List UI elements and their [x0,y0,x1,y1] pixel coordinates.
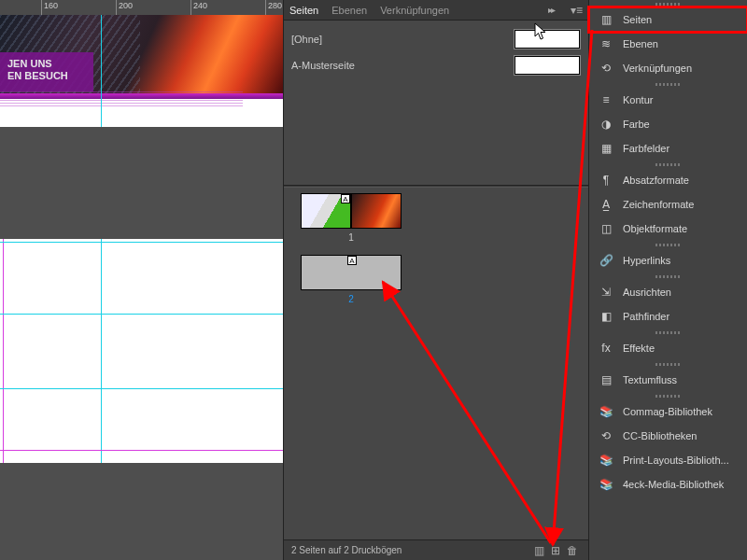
guide-vertical[interactable] [101,15,102,127]
spread-1[interactable]: A 1 [301,193,402,243]
ruler-tick: 200 [116,0,133,15]
textumfluss-icon: ▤ [599,372,613,387]
spread-2-caption: 2 [301,294,402,304]
dock-label: Farbe [623,119,650,130]
dock-label: Kontur [623,94,653,105]
page-thumb-1l[interactable]: A [301,193,351,229]
dock-item-ausrichten[interactable]: ⇲Ausrichten [589,280,747,304]
dock-item-4eck[interactable]: 📚4eck-Media-Bibliothek [589,472,747,497]
pages-thumbnails[interactable]: A 1 A 2 [284,188,588,539]
dock-label: Seiten [623,14,652,25]
page-thumb-1r[interactable] [351,193,402,229]
margin-guide[interactable] [0,242,283,243]
collapse-icon[interactable]: ▸▸ [548,5,554,15]
dock-label: Effekte [623,343,655,354]
dock-grip[interactable] [589,0,747,7]
tab-verknuepfungen[interactable]: Verknüpfungen [380,5,449,16]
dock-item-print[interactable]: 📚Print-Layouts-Biblioth... [589,448,747,472]
ruler-tick: 280 [265,0,282,15]
pages-panel: Seiten Ebenen Verknüpfungen ▸▸ ▾≡ [Ohne]… [283,0,588,560]
dock-item-kontur[interactable]: ≡Kontur [589,88,747,112]
guide-vertical[interactable] [101,239,102,463]
ebenen-icon: ≋ [599,36,613,51]
master-a-thumb[interactable] [514,55,581,76]
dock-grip[interactable] [589,329,747,336]
dock-label: Verknüpfungen [623,63,692,74]
commag-icon: 📚 [599,404,613,419]
accent-bar [0,93,283,99]
dock-grip[interactable] [589,161,747,168]
dock-item-seiten[interactable]: ▥Seiten [589,7,747,32]
dock-item-verkn[interactable]: ⟲Verknüpfungen [589,56,747,80]
absatz-icon: ¶ [599,173,613,188]
ausrichten-icon: ⇲ [599,285,613,300]
tab-ebenen[interactable]: Ebenen [331,5,367,16]
margin-guide[interactable] [0,450,283,451]
dock-item-farbfelder[interactable]: ▦Farbfelder [589,136,747,161]
dock-label: 4eck-Media-Bibliothek [623,479,724,490]
ruler-tick: 160 [41,0,58,15]
dock-grip[interactable] [589,241,747,248]
dock-item-ebenen[interactable]: ≋Ebenen [589,32,747,56]
pages-count-label: 2 Seiten auf 2 Druckbögen [291,545,530,555]
verkn-icon: ⟲ [599,61,613,76]
master-row-none[interactable]: [Ohne] [291,26,581,52]
dock-label: Farbfelder [623,143,669,154]
page-1[interactable]: JEN UNS EN BESUCH [0,15,283,127]
dock-label: Absatzformate [623,175,689,186]
master-a-label: A-Musterseite [291,60,355,71]
tab-seiten[interactable]: Seiten [289,5,318,16]
farbe-icon: ◑ [599,117,613,132]
dock-item-effekte[interactable]: fxEffekte [589,336,747,360]
dock-label: Objektformate [623,223,687,234]
guide-horizontal[interactable] [0,314,283,315]
trash-icon[interactable]: 🗑 [564,544,581,557]
ruler-horizontal[interactable]: 160 200 240 280 [0,0,283,15]
4eck-icon: 📚 [599,477,613,492]
master-none-thumb[interactable] [514,29,581,49]
dock-grip[interactable] [589,392,747,399]
dock-item-objekt[interactable]: ◫Objektformate [589,217,747,241]
dock-item-pathfinder[interactable]: ◧Pathfinder [589,304,747,329]
panel-menu-icon[interactable]: ▾≡ [571,4,583,17]
master-row-a[interactable]: A-Musterseite [291,52,581,78]
guide-horizontal[interactable] [0,388,283,389]
callout-line1: JEN UNS [7,58,52,69]
master-tag-icon: A [341,194,350,203]
cc-icon: ⟲ [599,428,613,443]
page-options-icon[interactable]: ▥ [530,544,547,557]
dock-item-farbe[interactable]: ◑Farbe [589,112,747,136]
dock-label: Ebenen [623,38,658,49]
dock-grip[interactable] [589,360,747,368]
ruler-tick: 240 [190,0,207,15]
dock-item-zeichen[interactable]: A̲Zeichenformate [589,192,747,217]
page-2[interactable] [0,239,283,463]
page-thumb-2[interactable]: A [301,255,402,290]
dock-item-textumfluss[interactable]: ▤Textumfluss [589,368,747,392]
margin-guide[interactable] [3,239,4,463]
hyper-icon: 🔗 [599,253,613,268]
dock-grip[interactable] [589,273,747,280]
dock-item-commag[interactable]: 📚Commag-Bibliothek [589,399,747,424]
dock-item-absatz[interactable]: ¶Absatzformate [589,168,747,192]
dock-label: Commag-Bibliothek [623,406,712,417]
callout-line2: EN BESUCH [7,70,68,81]
new-page-icon[interactable]: ⊞ [547,544,564,557]
dock-item-cc[interactable]: ⟲CC-Bibliotheken [589,424,747,448]
zeichen-icon: A̲ [599,197,613,212]
dock-item-hyper[interactable]: 🔗Hyperlinks [589,248,747,273]
dock-label: Ausrichten [623,287,671,298]
pages-panel-footer: 2 Seiten auf 2 Druckbögen ▥ ⊞ 🗑 [284,539,588,560]
dock-label: Textumfluss [623,374,677,385]
pasteboard-gap [0,142,283,235]
spread-2[interactable]: A 2 [301,255,402,304]
master-pages-section: [Ohne] A-Musterseite [284,21,588,82]
dock-grip[interactable] [589,80,747,88]
master-tag-icon: A [347,256,357,265]
pathfinder-icon: ◧ [599,309,613,324]
callout-box[interactable]: JEN UNS EN BESUCH [0,52,93,91]
right-dock: ▥Seiten≋Ebenen⟲Verknüpfungen≡Kontur◑Farb… [588,0,747,560]
document-canvas[interactable]: JEN UNS EN BESUCH [0,15,283,560]
spread-1-caption: 1 [301,232,402,243]
objekt-icon: ◫ [599,221,613,236]
